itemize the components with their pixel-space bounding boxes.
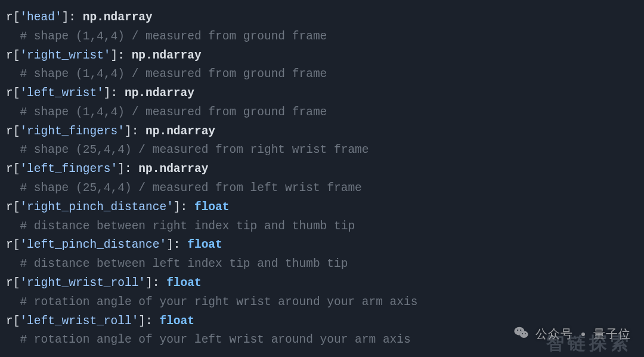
wechat-icon xyxy=(513,324,530,344)
identifier-r: r xyxy=(6,87,13,100)
code-decl-line: r['right_wrist']: np.ndarray xyxy=(6,49,202,62)
type-builtin: float xyxy=(194,201,230,214)
code-decl-line: r['right_pinch_distance']: float xyxy=(6,201,229,214)
dict-key: 'right_wrist_roll' xyxy=(20,276,145,290)
bracket-close: ] xyxy=(174,201,181,214)
module-np: np xyxy=(83,11,97,24)
code-comment-line: # rotation angle of your right wrist aro… xyxy=(6,296,417,309)
watermark-overlay: 智链探索 xyxy=(546,331,632,356)
identifier-r: r xyxy=(6,11,13,24)
code-block: r['head']: np.ndarray # shape (1,4,4) / … xyxy=(0,0,644,356)
colon: : xyxy=(153,276,166,290)
identifier-r: r xyxy=(6,201,13,214)
code-decl-line: r['left_pinch_distance']: float xyxy=(6,238,222,251)
type-builtin: float xyxy=(159,315,194,328)
code-decl-line: r['right_fingers']: np.ndarray xyxy=(6,125,215,138)
comment-text: # shape (1,4,4) / measured from ground f… xyxy=(6,30,327,43)
identifier-r: r xyxy=(6,125,13,138)
dict-key: 'left_pinch_distance' xyxy=(20,238,166,251)
bracket-open: [ xyxy=(13,315,20,328)
identifier-r: r xyxy=(6,315,13,328)
code-decl-line: r['left_wrist']: np.ndarray xyxy=(6,87,194,100)
dot: . xyxy=(153,162,160,176)
code-decl-line: r['left_wrist_roll']: float xyxy=(6,315,194,328)
type-builtin: float xyxy=(187,238,222,251)
bracket-close: ] xyxy=(111,49,118,62)
type-ndarray: ndarray xyxy=(145,87,194,100)
bracket-close: ] xyxy=(138,315,145,328)
comment-text: # shape (25,4,4) / measured from right w… xyxy=(6,143,369,156)
code-decl-line: r['left_fingers']: np.ndarray xyxy=(6,162,208,176)
comment-text: # shape (25,4,4) / measured from left wr… xyxy=(6,181,362,195)
module-np: np xyxy=(132,49,145,62)
code-comment-line: # shape (1,4,4) / measured from ground f… xyxy=(6,67,327,81)
identifier-r: r xyxy=(6,162,13,176)
svg-point-5 xyxy=(522,333,523,334)
bracket-open: [ xyxy=(13,87,20,100)
identifier-r: r xyxy=(6,276,13,290)
bracket-close: ] xyxy=(117,162,125,176)
bracket-open: [ xyxy=(13,125,20,138)
comment-text: # distance between right index tip and t… xyxy=(6,220,355,233)
dict-key: 'right_fingers' xyxy=(20,125,125,138)
colon: : xyxy=(125,162,138,176)
colon: : xyxy=(117,49,131,62)
svg-point-6 xyxy=(525,333,526,334)
comment-text: # distance between left index tip and th… xyxy=(6,257,348,270)
svg-point-3 xyxy=(517,330,518,331)
dot: . xyxy=(145,49,153,62)
code-comment-line: # distance between left index tip and th… xyxy=(6,257,348,270)
bracket-close: ] xyxy=(62,11,69,24)
code-decl-line: r['right_wrist_roll']: float xyxy=(6,276,202,290)
colon: : xyxy=(174,238,187,251)
code-comment-line: # rotation angle of your left wrist arou… xyxy=(6,333,411,346)
code-decl-line: r['head']: np.ndarray xyxy=(6,11,153,24)
colon: : xyxy=(181,201,194,214)
code-comment-line: # distance between right index tip and t… xyxy=(6,220,355,233)
comment-text: # rotation angle of your left wrist arou… xyxy=(6,333,411,346)
code-comment-line: # shape (25,4,4) / measured from right w… xyxy=(6,143,369,156)
bracket-close: ] xyxy=(104,87,111,100)
svg-point-2 xyxy=(520,331,528,338)
bracket-open: [ xyxy=(13,276,20,290)
module-np: np xyxy=(125,87,138,100)
type-ndarray: ndarray xyxy=(153,49,202,62)
dict-key: 'left_wrist_roll' xyxy=(20,315,138,328)
identifier-r: r xyxy=(6,238,13,251)
colon: : xyxy=(69,11,82,24)
dot: . xyxy=(159,125,166,138)
identifier-r: r xyxy=(6,49,13,62)
dict-key: 'left_fingers' xyxy=(20,162,117,176)
code-comment-line: # shape (1,4,4) / measured from ground f… xyxy=(6,30,327,43)
module-np: np xyxy=(145,125,159,138)
bracket-close: ] xyxy=(125,125,132,138)
dict-key: 'head' xyxy=(20,11,61,24)
type-ndarray: ndarray xyxy=(104,11,153,24)
svg-point-4 xyxy=(520,330,521,331)
bracket-open: [ xyxy=(13,162,20,176)
bracket-close: ] xyxy=(166,238,174,251)
bracket-close: ] xyxy=(145,276,153,290)
module-np: np xyxy=(138,162,152,176)
dict-key: 'left_wrist' xyxy=(20,87,103,100)
comment-text: # rotation angle of your right wrist aro… xyxy=(6,296,417,309)
dot: . xyxy=(138,87,145,100)
colon: : xyxy=(132,125,145,138)
type-builtin: float xyxy=(166,276,202,290)
dot: . xyxy=(97,11,104,24)
colon: : xyxy=(145,315,159,328)
comment-text: # shape (1,4,4) / measured from ground f… xyxy=(6,67,327,81)
bracket-open: [ xyxy=(13,49,20,62)
bracket-open: [ xyxy=(13,11,20,24)
code-comment-line: # shape (1,4,4) / measured from ground f… xyxy=(6,106,327,119)
dict-key: 'right_pinch_distance' xyxy=(20,201,173,214)
comment-text: # shape (1,4,4) / measured from ground f… xyxy=(6,106,327,119)
type-ndarray: ndarray xyxy=(159,162,208,176)
bracket-open: [ xyxy=(13,201,20,214)
colon: : xyxy=(111,87,125,100)
bracket-open: [ xyxy=(13,238,20,251)
code-comment-line: # shape (25,4,4) / measured from left wr… xyxy=(6,181,362,195)
dict-key: 'right_wrist' xyxy=(20,49,110,62)
type-ndarray: ndarray xyxy=(166,125,215,138)
